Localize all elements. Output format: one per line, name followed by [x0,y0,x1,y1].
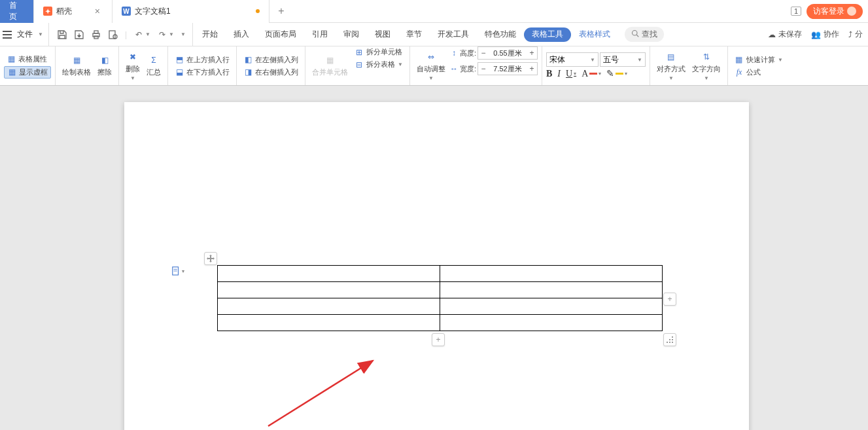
file-menu[interactable]: 文件 ▼ [3,23,49,46]
menu-review[interactable]: 审阅 [336,23,367,46]
delete-button[interactable]: ✖删除▼ [123,46,143,85]
menu-features[interactable]: 特色功能 [477,23,524,46]
insert-col-right-button[interactable]: ◨在右侧插入列 [241,67,301,78]
login-button[interactable]: 访客登录 [807,4,863,19]
color-swatch-icon [616,73,623,75]
insert-col-left-button[interactable]: ◧在左侧插入列 [241,54,301,65]
width-input[interactable] [489,65,527,73]
menu-chapter[interactable]: 章节 [398,23,430,46]
group-align: ▤对齐方式▼ ⇅文字方向▼ [650,46,728,85]
svg-point-5 [632,31,637,36]
text-direction-button[interactable]: ⇅文字方向▼ [689,46,723,85]
height-minus-button[interactable]: − [478,47,489,59]
table-resize-handle[interactable] [663,333,676,346]
underline-button[interactable]: U▾ [566,69,576,79]
table-add-column-button[interactable]: + [663,293,676,306]
qat-more-icon[interactable]: ▼ [181,31,186,37]
split-table-button[interactable]: ⊟拆分表格▼ [352,59,406,70]
row-height-icon: ↕ [449,48,459,58]
italic-button[interactable]: I [557,69,561,79]
print-preview-icon[interactable] [108,29,118,40]
menu-view[interactable]: 视图 [367,23,398,46]
page-sidebar-tag[interactable]: ▾ [171,266,184,276]
font-color-button[interactable]: A▾ [582,69,601,79]
menu-devtools[interactable]: 开发工具 [430,23,477,46]
table-move-handle[interactable] [204,252,217,265]
chevron-down-icon[interactable]: ▼ [145,31,150,37]
formula-button[interactable]: fx公式 [732,67,786,78]
menu-tablestyle[interactable]: 表格样式 [571,23,618,46]
menu-pagelayout[interactable]: 页面布局 [257,23,304,46]
table-add-row-button[interactable]: + [432,333,445,346]
tab-document-label: 文字文稿1 [135,6,171,17]
font-name-select[interactable]: 宋体▼ [546,52,599,67]
print-icon[interactable] [91,29,101,40]
close-icon[interactable]: × [92,6,103,16]
redo-button[interactable]: ↷▼ [157,29,174,40]
table-properties-button[interactable]: ▦表格属性 [4,54,51,65]
height-plus-button[interactable]: + [527,47,537,59]
search-box[interactable]: 查找 [625,27,664,42]
table-row[interactable] [218,315,663,331]
tab-document[interactable]: W 文字文稿1 [113,0,269,23]
table-row[interactable] [218,298,663,315]
tab-home[interactable]: 首页 [0,0,34,23]
quick-calc-button[interactable]: ▦快速计算▼ [732,54,786,65]
ribbon: ▦表格属性 ▦显示虚框 ▦绘制表格 ◧擦除 ✖删除▼ Σ汇总 ⬒在上方插入行 ⬓… [0,46,868,86]
share-button[interactable]: ⤴分 [848,29,863,40]
tab-add-button[interactable]: + [269,5,293,17]
document-table[interactable] [217,265,663,331]
chevron-down-icon: ▼ [778,57,783,63]
insert-left-icon: ◧ [243,55,252,64]
share-label: 分 [855,29,863,40]
menu-start[interactable]: 开始 [194,23,226,46]
height-spinner[interactable]: − + [477,46,538,60]
insert-row-above-button[interactable]: ⬒在上方插入行 [172,54,232,65]
split-cell-button[interactable]: ⊞拆分单元格 [352,46,406,58]
draw-table-button[interactable]: ▦绘制表格 [60,46,94,85]
font-size-value: 五号 [603,54,619,65]
tab-shell[interactable]: ✦ 稻壳 × [34,0,113,23]
menu-tabletools[interactable]: 表格工具 [524,27,571,42]
bold-button[interactable]: B [546,69,552,79]
table-cell[interactable] [218,298,440,315]
table-row[interactable] [218,266,663,282]
table-cell[interactable] [440,315,663,331]
chevron-down-icon: ▼ [38,31,43,37]
table-cell[interactable] [218,315,440,331]
table-cell[interactable] [440,298,663,315]
svg-rect-1 [94,31,98,33]
insert-row-below-button[interactable]: ⬓在下方插入行 [172,67,232,78]
menu-reference[interactable]: 引用 [304,23,336,46]
summary-button[interactable]: Σ汇总 [144,46,164,85]
menu-items: 开始 插入 页面布局 引用 审阅 视图 章节 开发工具 特色功能 表格工具 表格… [194,23,664,46]
menu-insert[interactable]: 插入 [226,23,257,46]
table-cell[interactable] [440,266,663,282]
chevron-down-icon: ▼ [668,75,674,81]
show-dashed-border-button[interactable]: ▦显示虚框 [4,66,51,79]
chevron-down-icon[interactable]: ▼ [169,31,174,37]
autofit-button[interactable]: ⇔自动调整▼ [414,46,448,85]
highlight-button[interactable]: ✎▾ [606,68,627,79]
table-cell[interactable] [218,282,440,298]
notification-badge[interactable]: 1 [791,7,801,16]
height-input[interactable] [489,49,527,57]
width-plus-button[interactable]: + [527,63,537,75]
text-format-row: B I U▾ A▾ ✎▾ [546,68,646,79]
width-minus-button[interactable]: − [478,63,489,75]
font-size-select[interactable]: 五号▼ [600,52,646,67]
save-icon[interactable] [57,29,67,40]
save-as-icon[interactable] [74,29,84,40]
undo-button[interactable]: ↶▼ [133,29,150,40]
unsaved-button[interactable]: ☁未保存 [768,29,802,40]
align-button[interactable]: ▤对齐方式▼ [654,46,688,85]
table-cell[interactable] [440,282,663,298]
width-spinner[interactable]: − + [477,62,538,75]
eraser-button[interactable]: ◧擦除 [95,46,114,85]
table-row[interactable] [218,282,663,298]
coop-button[interactable]: 👥协作 [811,29,839,40]
table-cell[interactable] [218,266,440,282]
calc-icon: ▦ [735,55,744,64]
sigma-icon: Σ [148,54,160,66]
group-autofit: ⇔自动调整▼ ↕ 高度: − + ↔ 宽度: − + [410,46,542,85]
